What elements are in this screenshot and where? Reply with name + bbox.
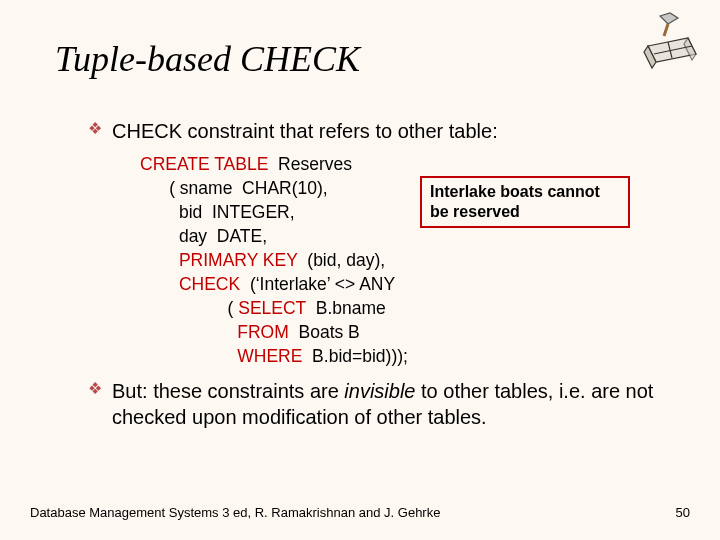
- code-l1-rest: Reserves: [268, 154, 352, 174]
- kw-primary-key: PRIMARY KEY: [179, 250, 298, 270]
- page-number: 50: [676, 505, 690, 520]
- kw-where: WHERE: [237, 346, 302, 366]
- bullet-1: ❖ CHECK constraint that refers to other …: [88, 118, 678, 144]
- kw-from: FROM: [237, 322, 289, 342]
- bullet-2-pre: But: these constraints are: [112, 380, 344, 402]
- diamond-bullet-icon: ❖: [88, 118, 102, 140]
- bullet-1-text: CHECK constraint that refers to other ta…: [112, 118, 498, 144]
- code-l6-rest: (‘Interlake’ <> ANY: [240, 274, 395, 294]
- diamond-bullet-icon: ❖: [88, 378, 102, 400]
- slide-body: ❖ CHECK constraint that refers to other …: [88, 118, 678, 436]
- footer-citation: Database Management Systems 3 ed, R. Ram…: [30, 505, 440, 520]
- sql-code-block: CREATE TABLE Reserves ( sname CHAR(10), …: [140, 152, 678, 368]
- kw-create-table: CREATE TABLE: [140, 154, 268, 174]
- callout-box: Interlake boats cannot be reserved: [420, 176, 630, 228]
- bullet-2: ❖ But: these constraints are invisible t…: [88, 378, 678, 430]
- slide-title: Tuple-based CHECK: [55, 38, 360, 80]
- bullet-2-text: But: these constraints are invisible to …: [112, 378, 678, 430]
- code-l5-rest: (bid, day),: [298, 250, 386, 270]
- kw-check: CHECK: [179, 274, 240, 294]
- trowel-brick-icon: [630, 10, 700, 80]
- kw-select: SELECT: [238, 298, 306, 318]
- code-l7-rest: B.bname: [306, 298, 386, 318]
- code-l9-rest: B.bid=bid)));: [302, 346, 408, 366]
- code-l8-rest: Boats B: [289, 322, 360, 342]
- svg-marker-0: [660, 13, 678, 24]
- bullet-2-em: invisible: [344, 380, 415, 402]
- svg-line-1: [664, 24, 668, 36]
